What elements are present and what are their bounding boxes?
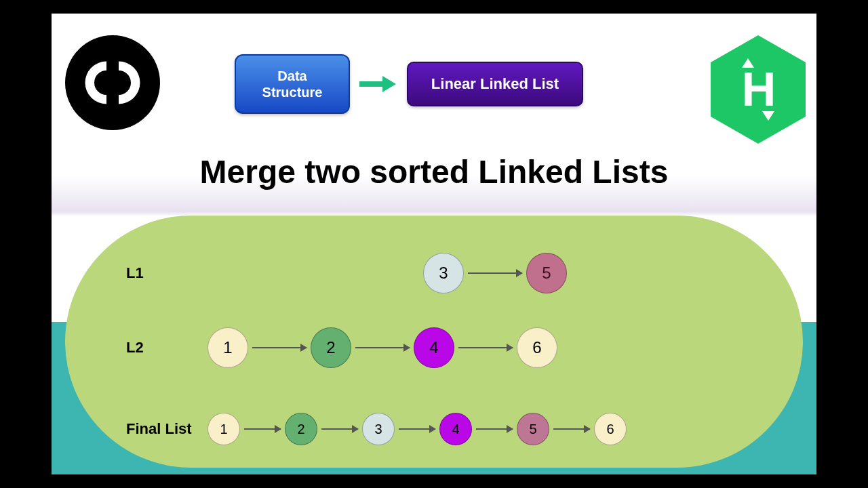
diagram-container: L1 3 5 L2 1 2 4 6 Final List 1 bbox=[65, 216, 803, 468]
node-final-2: 3 bbox=[362, 413, 395, 445]
arrow-icon bbox=[476, 428, 513, 430]
node-final-5: 6 bbox=[594, 413, 627, 445]
arrow-icon bbox=[321, 428, 358, 430]
half-circles-icon bbox=[82, 52, 143, 113]
node-final-1: 2 bbox=[285, 413, 317, 445]
nodes-final: 1 2 3 4 5 6 bbox=[208, 413, 762, 445]
node-final-3: 4 bbox=[439, 413, 472, 445]
row-l2: L2 1 2 4 6 bbox=[126, 310, 762, 385]
slide: H Data Structure Linear Linked List Merg… bbox=[52, 14, 816, 474]
node-l2-0: 1 bbox=[208, 327, 248, 368]
arrow-icon bbox=[399, 428, 435, 430]
hexagon-icon: H bbox=[711, 35, 806, 144]
arrow-icon bbox=[252, 347, 307, 348]
arrow-down-icon bbox=[762, 111, 774, 121]
logo-left bbox=[65, 35, 160, 130]
page-title: Merge two sorted Linked Lists bbox=[52, 153, 816, 190]
box1-line1: Data bbox=[254, 68, 331, 84]
row-l1: L1 3 5 bbox=[126, 236, 762, 310]
arrow-icon bbox=[553, 428, 590, 430]
node-l2-3: 6 bbox=[517, 327, 557, 368]
box-data-structure: Data Structure bbox=[235, 54, 350, 114]
node-l1-0: 3 bbox=[423, 253, 464, 293]
label-final: Final List bbox=[126, 420, 208, 438]
label-l1: L1 bbox=[126, 264, 208, 282]
node-l1-1: 5 bbox=[526, 253, 567, 293]
node-l2-1: 2 bbox=[311, 327, 351, 368]
arrow-right-icon bbox=[359, 77, 397, 91]
label-l2: L2 bbox=[126, 339, 208, 357]
node-l2-2: 4 bbox=[414, 327, 454, 368]
logo-letter: H bbox=[742, 62, 775, 117]
header-boxes: Data Structure Linear Linked List bbox=[235, 54, 583, 114]
arrow-icon bbox=[468, 272, 522, 274]
arrow-icon bbox=[458, 347, 513, 348]
logo-right: H bbox=[704, 35, 812, 144]
nodes-l1: 3 5 bbox=[208, 253, 762, 293]
arrow-icon bbox=[244, 428, 281, 430]
node-final-0: 1 bbox=[208, 413, 240, 445]
row-final: Final List 1 2 3 4 5 6 bbox=[126, 385, 762, 473]
box-linear-linked-list: Linear Linked List bbox=[407, 62, 583, 106]
node-final-4: 5 bbox=[517, 413, 549, 445]
box1-line2: Structure bbox=[254, 84, 331, 100]
arrow-icon bbox=[355, 347, 410, 348]
nodes-l2: 1 2 4 6 bbox=[208, 327, 762, 368]
